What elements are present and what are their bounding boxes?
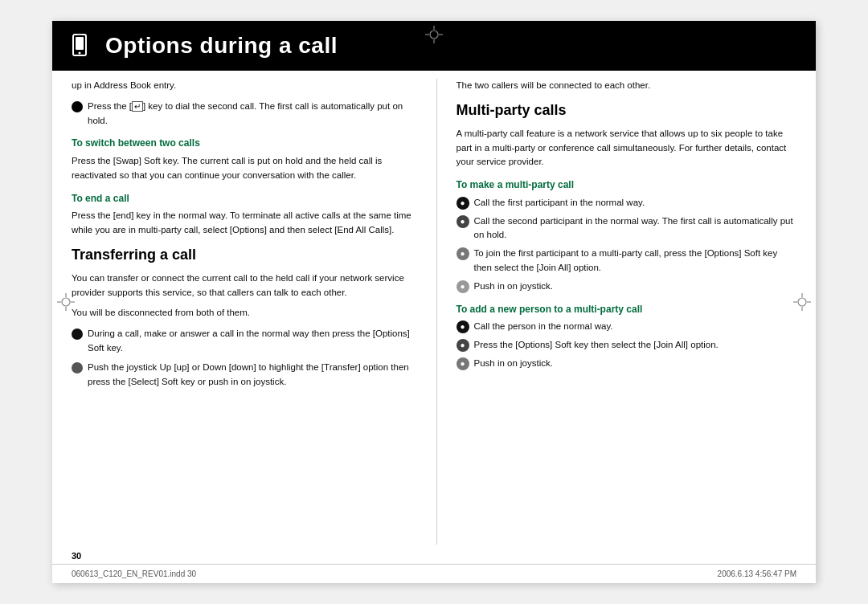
- page-number: 30: [72, 551, 81, 561]
- multiparty-intro: A multi-party call feature is a network …: [457, 127, 797, 169]
- transfer-heading: Transferring a call: [72, 244, 412, 267]
- footer-timestamp: 2006.6.13 4:56:47 PM: [718, 569, 796, 578]
- end-call-title: To end a call: [72, 191, 412, 206]
- make-bullet-2: ● Call the second participant in the nor…: [457, 214, 797, 243]
- page-footer: 060613_C120_EN_REV01.indd 30 2006.6.13 4…: [52, 564, 816, 583]
- add-bullet-3: ● Push in on joystick.: [457, 357, 797, 371]
- connected-text: The two callers will be connected to eac…: [457, 79, 797, 93]
- page-number-area: 30: [52, 545, 816, 564]
- make-bullet4-text: Push in on joystick.: [474, 280, 797, 294]
- badge-2: ●: [457, 215, 469, 228]
- add-bullet2-text: Press the [Options] Soft key then select…: [474, 338, 797, 353]
- svg-point-5: [62, 298, 70, 306]
- add-person-title: To add a new person to a multi-party cal…: [457, 302, 797, 317]
- make-bullet2-text: Call the second participant in the norma…: [474, 214, 797, 243]
- svg-rect-16: [76, 37, 84, 50]
- left-column: up in Address Book entry. Press the [↵] …: [72, 79, 412, 545]
- add-bullet3-text: Push in on joystick.: [474, 357, 797, 371]
- add-badge-1: ●: [457, 320, 469, 333]
- bullet-dot-1: [72, 101, 83, 112]
- transfer-text1: You can transfer or connect the current …: [72, 271, 412, 300]
- transfer-bullet2: Push the joystick Up [up] or Down [down]…: [72, 361, 412, 390]
- crosshair-top-icon: [425, 26, 443, 43]
- add-bullet-2: ● Press the [Options] Soft key then sele…: [457, 338, 797, 353]
- make-bullet1-text: Call the first participant in the normal…: [474, 196, 797, 210]
- add-badge-3: ●: [457, 357, 469, 370]
- make-multiparty-title: To make a multi-party call: [457, 178, 797, 193]
- make-bullet-1: ● Call the first participant in the norm…: [457, 196, 797, 210]
- transfer-dot-1: [72, 329, 83, 340]
- page-title: Options during a call: [105, 33, 338, 59]
- svg-point-17: [79, 52, 81, 55]
- transfer-bullet1: During a call, make or answer a call in …: [72, 327, 412, 356]
- crosshair-right-icon: [793, 293, 811, 311]
- add-badge-2: ●: [457, 339, 469, 352]
- crosshair-left-icon: [57, 293, 75, 311]
- add-bullet-1: ● Call the person in the normal way.: [457, 320, 797, 334]
- svg-point-0: [430, 31, 438, 39]
- press-send-bullet: Press the [↵] key to dial the second cal…: [72, 100, 412, 129]
- switch-calls-text: Press the [Swap] Soft key. The current c…: [72, 154, 412, 183]
- right-column: The two callers will be connected to eac…: [436, 79, 797, 545]
- transfer-bullet2-text: Push the joystick Up [up] or Down [down]…: [88, 361, 412, 390]
- make-bullet3-text: To join the first participant to a multi…: [474, 247, 797, 275]
- switch-calls-title: To switch between two calls: [72, 136, 412, 151]
- footer-file-info: 060613_C120_EN_REV01.indd 30: [72, 569, 196, 578]
- intro-text: up in Address Book entry.: [72, 79, 412, 93]
- phone-icon: [65, 31, 94, 60]
- page: Options during a call up in Address Book…: [52, 21, 816, 583]
- transfer-text2: You will be disconnected from both of th…: [72, 306, 412, 320]
- multiparty-heading: Multi-party calls: [457, 100, 797, 122]
- transfer-dot-2: [72, 362, 83, 373]
- badge-4: ●: [457, 280, 469, 293]
- add-bullet1-text: Call the person in the normal way.: [474, 320, 797, 334]
- transfer-bullet1-text: During a call, make or answer a call in …: [88, 327, 412, 356]
- make-bullet-4: ● Push in on joystick.: [457, 280, 797, 294]
- badge-1: ●: [457, 197, 469, 210]
- end-call-text: Press the [end] key in the normal way. T…: [72, 209, 412, 238]
- content-area: up in Address Book entry. Press the [↵] …: [52, 71, 816, 545]
- badge-3: ●: [457, 247, 469, 260]
- press-send-text: Press the [↵] key to dial the second cal…: [88, 100, 412, 129]
- make-bullet-3: ● To join the first participant to a mul…: [457, 247, 797, 275]
- svg-point-10: [798, 298, 806, 306]
